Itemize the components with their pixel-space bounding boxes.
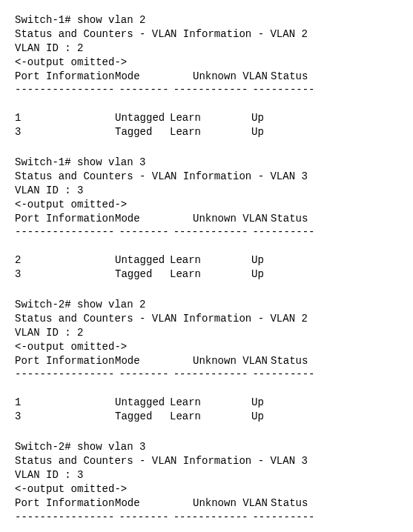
- output-omitted: <-output omitted->: [15, 482, 398, 496]
- table-row: 3TaggedLearnUp: [15, 267, 398, 282]
- cell-status: Up: [251, 125, 311, 139]
- blank-line: [15, 382, 398, 396]
- vlan-id-line: VLAN ID : 2: [15, 41, 398, 56]
- cell-uvlan: Learn: [170, 125, 251, 139]
- blank-line: [15, 239, 398, 253]
- dash-status: ----------: [252, 368, 314, 382]
- dash-status: ----------: [252, 511, 314, 525]
- cell-mode: Untagged: [115, 253, 170, 267]
- header-status: Status: [271, 354, 330, 368]
- dash-status: ----------: [252, 225, 314, 239]
- dash-uvlan: ------------: [174, 368, 248, 382]
- table-header: Port InformationModeUnknown VLANStatus: [15, 70, 398, 84]
- header-port: Port Information: [15, 354, 115, 368]
- header-port: Port Information: [15, 70, 115, 84]
- cell-uvlan: Learn: [170, 267, 251, 282]
- cell-port: 2: [15, 253, 115, 267]
- command-prompt: Switch-1# show vlan 3: [15, 156, 398, 170]
- vlan-output-block: Switch-1# show vlan 3Status and Counters…: [15, 156, 398, 282]
- cell-uvlan: Learn: [170, 396, 251, 410]
- table-row: 3TaggedLearnUp: [15, 410, 398, 424]
- dash-uvlan: ------------: [174, 83, 248, 97]
- vlan-output-block: Switch-2# show vlan 3Status and Counters…: [15, 440, 398, 532]
- cell-port: 1: [15, 396, 115, 410]
- header-mode: Mode: [115, 70, 193, 84]
- table-row: 1UntaggedLearnUp: [15, 111, 398, 125]
- command-prompt: Switch-1# show vlan 2: [15, 13, 398, 27]
- dash-port: ----------------: [15, 225, 114, 239]
- dash-mode: --------: [119, 511, 168, 525]
- output-title: Status and Counters - VLAN Information -…: [15, 170, 398, 184]
- cell-mode: Tagged: [115, 125, 170, 139]
- header-mode: Mode: [115, 354, 193, 368]
- output-title: Status and Counters - VLAN Information -…: [15, 312, 398, 326]
- table-row: 3TaggedLearnUp: [15, 125, 398, 139]
- vlan-output-block: Switch-1# show vlan 2Status and Counters…: [15, 13, 398, 139]
- vlan-id-line: VLAN ID : 3: [15, 468, 398, 482]
- cell-status: Up: [251, 410, 311, 424]
- header-uvlan: Unknown VLAN: [193, 354, 271, 368]
- header-status: Status: [271, 212, 330, 226]
- separator-line: ----------------------------------------…: [15, 368, 398, 382]
- dash-port: ----------------: [15, 83, 114, 97]
- blank-line: [15, 524, 398, 532]
- cell-port: 3: [15, 410, 115, 424]
- blank-line: [15, 97, 398, 111]
- dash-mode: --------: [119, 83, 168, 97]
- header-mode: Mode: [115, 496, 193, 511]
- output-omitted: <-output omitted->: [15, 340, 398, 354]
- cell-status: Up: [251, 111, 311, 125]
- header-status: Status: [271, 70, 330, 84]
- separator-line: ----------------------------------------…: [15, 83, 398, 97]
- vlan-output-block: Switch-2# show vlan 2Status and Counters…: [15, 298, 398, 424]
- cell-mode: Tagged: [115, 410, 170, 424]
- header-mode: Mode: [115, 212, 193, 226]
- cell-mode: Untagged: [115, 396, 170, 410]
- vlan-id-line: VLAN ID : 3: [15, 184, 398, 198]
- dash-uvlan: ------------: [174, 511, 248, 525]
- cell-uvlan: Learn: [170, 111, 251, 125]
- cell-uvlan: Learn: [170, 410, 251, 424]
- table-row: 2UntaggedLearnUp: [15, 253, 398, 267]
- table-header: Port InformationModeUnknown VLANStatus: [15, 354, 398, 368]
- cell-port: 3: [15, 125, 115, 139]
- cell-status: Up: [251, 267, 311, 282]
- dash-port: ----------------: [15, 511, 114, 525]
- terminal-output: Switch-1# show vlan 2Status and Counters…: [15, 13, 398, 532]
- cell-port: 1: [15, 111, 115, 125]
- cell-mode: Tagged: [115, 267, 170, 282]
- cell-uvlan: Learn: [170, 253, 251, 267]
- vlan-id-line: VLAN ID : 2: [15, 326, 398, 340]
- header-uvlan: Unknown VLAN: [193, 496, 271, 511]
- table-row: 1UntaggedLearnUp: [15, 396, 398, 410]
- cell-status: Up: [251, 253, 311, 267]
- table-header: Port InformationModeUnknown VLANStatus: [15, 496, 398, 511]
- command-prompt: Switch-2# show vlan 2: [15, 298, 398, 312]
- cell-mode: Untagged: [115, 111, 170, 125]
- separator-line: ----------------------------------------…: [15, 511, 398, 525]
- dash-mode: --------: [119, 225, 168, 239]
- dash-port: ----------------: [15, 368, 114, 382]
- header-status: Status: [271, 496, 330, 511]
- command-prompt: Switch-2# show vlan 3: [15, 440, 398, 454]
- header-port: Port Information: [15, 212, 115, 226]
- output-title: Status and Counters - VLAN Information -…: [15, 454, 398, 468]
- dash-mode: --------: [119, 368, 168, 382]
- header-port: Port Information: [15, 496, 115, 511]
- header-uvlan: Unknown VLAN: [193, 212, 271, 226]
- output-omitted: <-output omitted->: [15, 56, 398, 70]
- separator-line: ----------------------------------------…: [15, 225, 398, 239]
- dash-status: ----------: [252, 83, 314, 97]
- output-title: Status and Counters - VLAN Information -…: [15, 27, 398, 41]
- dash-uvlan: ------------: [174, 225, 248, 239]
- header-uvlan: Unknown VLAN: [193, 70, 271, 84]
- cell-status: Up: [251, 396, 311, 410]
- cell-port: 3: [15, 267, 115, 282]
- table-header: Port InformationModeUnknown VLANStatus: [15, 212, 398, 226]
- output-omitted: <-output omitted->: [15, 198, 398, 212]
